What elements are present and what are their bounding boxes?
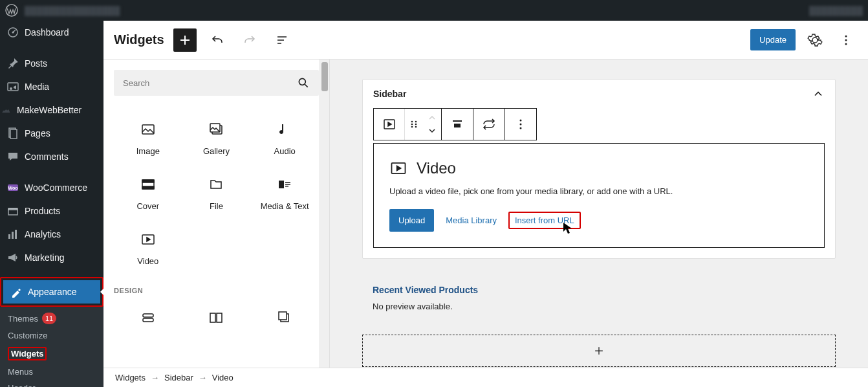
sidebar-item-label: MakeWebBetter: [17, 105, 81, 115]
submenu-label: Header: [8, 383, 36, 387]
svg-point-15: [845, 39, 847, 41]
widget-area-title: Sidebar: [373, 89, 406, 99]
recent-block-text: No preview available.: [373, 302, 825, 311]
sidebar-item-comments[interactable]: Comments: [0, 145, 103, 168]
sidebar-item-pages[interactable]: Pages: [0, 122, 103, 145]
breadcrumb-area[interactable]: Sidebar: [164, 373, 193, 382]
block-video[interactable]: Video: [114, 221, 182, 276]
svg-point-4: [10, 87, 12, 90]
move-up-icon[interactable]: [428, 111, 437, 124]
svg-point-45: [520, 124, 522, 126]
breadcrumb-root[interactable]: Widgets: [115, 373, 146, 382]
admin-sidebar: Dashboard Posts Media MakeWebBetter Page…: [0, 21, 103, 387]
block-design-3[interactable]: [250, 300, 319, 345]
block-label: File: [210, 201, 223, 211]
video-block-icon: [389, 159, 407, 177]
audio-icon: [277, 122, 292, 137]
breadcrumb-separator: →: [151, 373, 159, 382]
wordpress-logo-icon[interactable]: [5, 4, 18, 17]
submenu-header[interactable]: Header: [0, 380, 103, 387]
settings-button[interactable]: [803, 28, 827, 52]
submenu-widgets[interactable]: Widgets: [0, 344, 103, 364]
sidebar-item-dashboard[interactable]: Dashboard: [0, 21, 103, 44]
svg-point-38: [411, 124, 413, 126]
move-down-icon[interactable]: [428, 124, 437, 137]
file-icon: [208, 177, 224, 192]
block-media-text[interactable]: Media & Text: [250, 166, 319, 221]
inserter-scrollbar[interactable]: [319, 60, 329, 368]
buttons-icon: [140, 310, 156, 326]
sidebar-item-appearance[interactable]: Appearance: [3, 280, 100, 304]
sidebar-item-woocommerce[interactable]: Woo WooCommerce: [0, 176, 103, 199]
svg-point-41: [415, 126, 417, 128]
admin-bar-right-blurred: █████████: [809, 6, 863, 16]
video-block-placeholder: Video Upload a video file, pick one from…: [373, 143, 825, 248]
svg-rect-26: [285, 184, 290, 185]
add-block-button[interactable]: [173, 28, 197, 52]
video-icon: [140, 232, 156, 247]
upload-button[interactable]: Upload: [389, 209, 434, 232]
block-design-2[interactable]: [182, 300, 251, 345]
submenu-label: Customize: [8, 331, 47, 340]
cursor-icon: [563, 222, 573, 235]
widget-area-header[interactable]: Sidebar: [363, 80, 835, 108]
svg-point-16: [845, 43, 847, 45]
svg-text:Woo: Woo: [8, 186, 17, 190]
submenu-customize[interactable]: Customize: [0, 327, 103, 344]
update-button[interactable]: Update: [750, 29, 796, 50]
svg-rect-12: [12, 232, 14, 239]
svg-rect-32: [217, 313, 222, 322]
video-block-title: Video: [417, 159, 456, 177]
insert-from-url-highlight: Insert from URL: [508, 212, 581, 229]
block-inserter-panel: Image Gallery Audio Cover File: [103, 60, 330, 368]
svg-rect-25: [285, 182, 290, 183]
svg-point-46: [520, 127, 522, 129]
sidebar-item-label: Pages: [25, 128, 50, 138]
toolbar-more[interactable]: [505, 109, 536, 140]
more-options-button[interactable]: [834, 28, 858, 52]
scrollbar-thumb[interactable]: [321, 62, 328, 91]
toolbar-movers[interactable]: [423, 109, 441, 140]
search-box[interactable]: [114, 70, 319, 96]
sidebar-item-makewebbetter[interactable]: MakeWebBetter: [0, 98, 103, 122]
analytics-icon: [6, 228, 19, 241]
block-image[interactable]: Image: [114, 111, 182, 166]
video-block-actions: Upload Media Library Insert from URL: [389, 209, 808, 232]
sidebar-item-products[interactable]: Products: [0, 199, 103, 223]
block-audio[interactable]: Audio: [250, 111, 319, 166]
submenu-menus[interactable]: Menus: [0, 364, 103, 380]
sidebar-item-marketing[interactable]: Marketing: [0, 246, 103, 269]
add-block-appender[interactable]: [362, 335, 836, 367]
svg-point-17: [299, 78, 305, 85]
svg-point-44: [520, 120, 522, 122]
breadcrumb-block[interactable]: Video: [212, 373, 233, 382]
design-blocks-grid: [114, 300, 319, 345]
gallery-icon: [208, 122, 224, 137]
media-icon: [6, 80, 19, 93]
toolbar-align[interactable]: [442, 109, 473, 140]
sidebar-item-posts[interactable]: Posts: [0, 52, 103, 75]
design-section-label: DESIGN: [114, 287, 319, 294]
recent-block-title: Recent Viewed Products: [373, 285, 825, 295]
media-library-button[interactable]: Media Library: [446, 216, 497, 225]
svg-rect-22: [142, 180, 154, 182]
list-view-button[interactable]: [270, 28, 294, 52]
svg-point-36: [411, 121, 413, 123]
sidebar-item-analytics[interactable]: Analytics: [0, 223, 103, 246]
svg-rect-29: [143, 314, 153, 317]
sidebar-item-media[interactable]: Media: [0, 75, 103, 98]
toolbar-block-type[interactable]: [374, 109, 405, 140]
redo-button[interactable]: [238, 28, 261, 52]
block-label: Media & Text: [261, 201, 309, 211]
toolbar-drag-handle[interactable]: [405, 109, 423, 140]
block-file[interactable]: File: [182, 166, 251, 221]
search-input[interactable]: [123, 78, 297, 88]
submenu-themes[interactable]: Themes 11: [0, 309, 103, 327]
plus-icon: [592, 344, 605, 357]
toolbar-replace[interactable]: [473, 109, 505, 140]
block-cover[interactable]: Cover: [114, 166, 182, 221]
svg-rect-23: [142, 186, 154, 189]
block-design-1[interactable]: [114, 300, 182, 345]
block-gallery[interactable]: Gallery: [182, 111, 251, 166]
undo-button[interactable]: [206, 28, 229, 52]
